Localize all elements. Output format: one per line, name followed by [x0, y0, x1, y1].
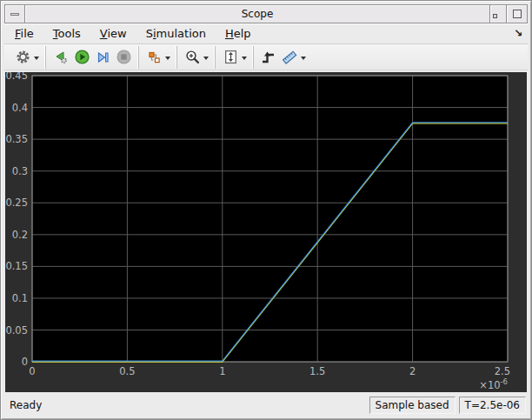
- toolbar-group: [215, 46, 253, 69]
- tick-label: 0: [29, 365, 35, 377]
- tick-label: 0.2: [12, 229, 28, 241]
- stop-button[interactable]: [113, 47, 134, 68]
- dropdown-caret-icon[interactable]: [301, 57, 306, 60]
- dropdown-caret-icon[interactable]: [34, 57, 39, 60]
- toolbar: [4, 44, 528, 70]
- tick-label: 0.1: [12, 292, 28, 304]
- menubar: FileToolsViewSimulationHelp↘: [4, 23, 528, 44]
- tick-label: 1.5: [309, 365, 325, 377]
- dropdown-caret-icon[interactable]: [203, 57, 209, 60]
- tick-label: 0.45: [5, 72, 28, 82]
- highlight-simulink-block-button[interactable]: [143, 47, 164, 68]
- toolbar-group: [45, 46, 138, 69]
- toolbar-group: [253, 46, 312, 69]
- run-button[interactable]: [71, 47, 92, 68]
- menu-file[interactable]: File: [8, 25, 41, 42]
- gear-icon: [16, 50, 30, 64]
- configuration-properties-button[interactable]: [12, 47, 33, 68]
- tick-label: 0.35: [5, 133, 28, 145]
- tick-label: 0.15: [5, 260, 28, 272]
- tick-label: 0.5: [119, 365, 135, 377]
- scale-axes-button[interactable]: [220, 47, 241, 68]
- statusbar: Ready Sample based T=2.5e-06: [4, 395, 528, 416]
- status-message: Ready: [6, 399, 366, 411]
- scope-window: Scope FileToolsViewSimulationHelp↘ 00.05…: [0, 0, 532, 420]
- menu-view[interactable]: View: [93, 25, 134, 42]
- toolbar-group: [138, 46, 176, 69]
- maximize-icon: [513, 10, 522, 18]
- tick-label: 0.25: [5, 197, 28, 209]
- simulation-time-indicator: T=2.5e-06: [459, 397, 526, 414]
- dropdown-caret-icon[interactable]: [165, 57, 170, 60]
- minimize-icon: [493, 14, 497, 18]
- dropdown-caret-icon[interactable]: [242, 57, 247, 60]
- tick-label: 0.3: [12, 165, 28, 177]
- tick-label: 2.5: [495, 365, 510, 377]
- stop-icon: [116, 50, 131, 64]
- step-back-button[interactable]: [50, 47, 71, 68]
- menu-simulation[interactable]: Simulation: [139, 25, 213, 42]
- window-menu-button[interactable]: [4, 4, 25, 23]
- toolbar-group: [176, 46, 215, 69]
- toolbar-group: [8, 46, 45, 69]
- window-title: Scope: [25, 4, 489, 23]
- sample-mode-indicator: Sample based: [369, 397, 456, 414]
- tick-label: 2: [409, 365, 416, 377]
- tick-label: 0.05: [5, 324, 28, 337]
- triggers-button[interactable]: [258, 47, 279, 68]
- window-menu-icon: [10, 13, 19, 16]
- step-forward-icon: [96, 50, 110, 64]
- zoom-in-icon: [185, 50, 200, 64]
- trigger-icon: [261, 50, 276, 64]
- tick-label: 0.4: [12, 102, 28, 114]
- scale-axes-icon: [223, 50, 238, 64]
- dock-arrow-icon[interactable]: ↘: [514, 27, 522, 39]
- step-forward-button[interactable]: [92, 47, 113, 68]
- simulink-blocks-icon: [147, 50, 162, 64]
- scope-chart[interactable]: 00.050.10.150.20.250.30.350.40.4500.511.…: [5, 72, 527, 392]
- titlebar: Scope: [4, 4, 528, 23]
- x-axis-multiplier: ×10-6: [479, 377, 508, 391]
- menu-help[interactable]: Help: [218, 25, 258, 42]
- measurements-button[interactable]: [279, 47, 300, 68]
- scope-plot-area[interactable]: 00.050.10.150.20.250.30.350.40.4500.511.…: [5, 72, 527, 392]
- zoom-button[interactable]: [182, 47, 203, 68]
- minimize-button[interactable]: [489, 4, 507, 23]
- run-icon: [75, 50, 90, 64]
- ruler-icon: [282, 50, 297, 64]
- step-back-icon: [53, 50, 69, 64]
- maximize-button[interactable]: [507, 4, 528, 23]
- tick-label: 1: [219, 365, 225, 377]
- menu-tools[interactable]: Tools: [46, 25, 88, 42]
- tick-label: 0: [22, 356, 28, 368]
